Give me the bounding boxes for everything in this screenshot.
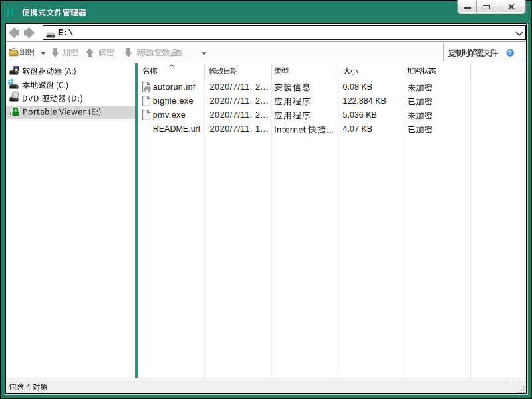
svg-text:?: ? (508, 49, 512, 56)
